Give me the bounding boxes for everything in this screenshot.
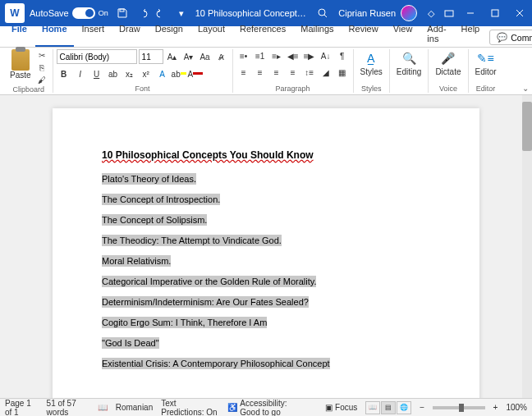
underline-button[interactable]: U — [89, 67, 104, 80]
tab-design[interactable]: Design — [149, 21, 190, 47]
read-mode-icon[interactable]: 📖 — [365, 401, 380, 414]
paragraph-group: ≡• ≡1 ≡▸ ◀≡ ≡▶ A↓ ¶ ≡ ≡ ≡ ≡ ↕≡ ◢ ▦ Parag… — [233, 49, 354, 93]
align-center-icon[interactable]: ≡ — [253, 66, 268, 79]
language-status[interactable]: Romanian — [116, 403, 154, 412]
shrink-font-icon[interactable]: A▾ — [181, 50, 196, 63]
undo-icon[interactable] — [133, 4, 151, 22]
tab-references[interactable]: References — [233, 21, 292, 47]
redo-icon[interactable] — [153, 4, 171, 22]
align-left-icon[interactable]: ≡ — [236, 66, 251, 79]
font-size-select[interactable] — [139, 49, 163, 64]
collapse-ribbon-icon[interactable]: ⌄ — [522, 84, 529, 93]
clipboard-group: Paste ✂ ⎘ 🖌 Clipboard — [5, 49, 53, 93]
doc-line[interactable]: "God Is Dead" — [102, 337, 159, 349]
focus-mode[interactable]: ▣ Focus — [325, 403, 357, 412]
doc-line[interactable]: Plato's Theory of Ideas. — [102, 173, 196, 185]
vertical-scrollbar[interactable] — [522, 95, 532, 398]
clear-format-icon[interactable]: A̷ — [214, 50, 229, 63]
voice-group: 🎤 Dictate Voice — [429, 49, 468, 93]
diamond-icon[interactable]: ◇ — [422, 4, 440, 22]
text-effects-icon[interactable]: A — [155, 67, 170, 80]
tab-review[interactable]: Review — [342, 21, 385, 47]
line-spacing-icon[interactable]: ↕≡ — [302, 66, 317, 79]
decrease-indent-icon[interactable]: ◀≡ — [286, 49, 300, 62]
zoom-out-icon[interactable]: − — [420, 403, 424, 412]
doc-line[interactable]: Existential Crisis: A Contemporary Philo… — [102, 358, 330, 369]
toggle-on-icon — [72, 7, 95, 19]
clipboard-icon — [11, 49, 30, 71]
save-icon[interactable] — [113, 4, 131, 22]
font-name-select[interactable] — [57, 49, 137, 64]
document-canvas[interactable]: 10 Philosophical Concepts You Should Kno… — [0, 95, 532, 398]
spellcheck-icon[interactable]: 📖 — [98, 403, 108, 412]
quick-access-toolbar: ▾ — [113, 4, 190, 22]
align-right-icon[interactable]: ≡ — [269, 66, 284, 79]
doc-line[interactable]: The Theodicy: The Attempt to Vindicate G… — [102, 235, 282, 246]
cut-icon[interactable]: ✂ — [34, 49, 49, 61]
strikethrough-button[interactable]: ab — [106, 67, 121, 80]
doc-line[interactable]: Moral Relativism. — [102, 255, 171, 267]
italic-button[interactable]: I — [73, 67, 88, 80]
tab-view[interactable]: View — [387, 21, 420, 47]
tab-help[interactable]: Help — [455, 21, 487, 47]
doc-line[interactable]: Determinism/Indeterminism: Are Our Fates… — [102, 296, 309, 308]
justify-icon[interactable]: ≡ — [286, 66, 300, 79]
tab-insert[interactable]: Insert — [76, 21, 112, 47]
tab-home[interactable]: Home — [35, 21, 74, 47]
styles-icon: A̲ — [362, 49, 380, 67]
change-case-icon[interactable]: Aa — [198, 50, 213, 63]
avatar-icon — [401, 5, 417, 21]
accessibility-status[interactable]: ♿ Accessibility: Good to go — [227, 399, 309, 417]
dictate-button[interactable]: 🎤 Dictate — [432, 49, 464, 76]
editor-group: ✎≡ Editor Editor — [469, 49, 503, 93]
numbering-icon[interactable]: ≡1 — [253, 49, 268, 62]
ribbon: Paste ✂ ⎘ 🖌 Clipboard A▴ A▾ Aa A̷ B I — [0, 48, 532, 95]
doc-line[interactable]: The Concept of Solipsism. — [102, 214, 207, 226]
tab-mailings[interactable]: Mailings — [294, 21, 340, 47]
zoom-in-icon[interactable]: + — [493, 403, 498, 412]
tab-add-ins[interactable]: Add-ins — [420, 21, 452, 47]
font-color-button[interactable]: A — [188, 67, 203, 80]
qat-dropdown-icon[interactable]: ▾ — [172, 4, 190, 22]
page-count[interactable]: Page 1 of 1 — [5, 399, 39, 417]
doc-heading[interactable]: 10 Philosophical Concepts You Should Kno… — [102, 149, 430, 161]
bullets-icon[interactable]: ≡• — [236, 49, 251, 62]
borders-icon[interactable]: ▦ — [335, 66, 350, 79]
show-marks-icon[interactable]: ¶ — [335, 49, 350, 62]
tab-file[interactable]: File — [5, 21, 34, 47]
bold-button[interactable]: B — [57, 67, 71, 80]
editing-group: 🔍 Editing — [390, 49, 429, 93]
page[interactable]: 10 Philosophical Concepts You Should Kno… — [53, 108, 479, 398]
format-painter-icon[interactable]: 🖌 — [34, 74, 49, 85]
doc-line[interactable]: The Concept of Introspection. — [102, 194, 220, 205]
zoom-slider[interactable] — [433, 406, 484, 409]
ribbon-display-icon[interactable] — [440, 4, 458, 22]
shading-icon[interactable]: ◢ — [319, 66, 333, 79]
editor-button[interactable]: ✎≡ Editor — [472, 49, 500, 76]
increase-indent-icon[interactable]: ≡▶ — [302, 49, 317, 62]
autosave-toggle[interactable]: AutoSave On — [30, 7, 108, 19]
sort-icon[interactable]: A↓ — [319, 49, 333, 62]
user-account[interactable]: Ciprian Rusen — [338, 5, 417, 21]
styles-button[interactable]: A̲ Styles — [357, 49, 386, 76]
subscript-button[interactable]: x₂ — [122, 67, 137, 80]
superscript-button[interactable]: x² — [139, 67, 154, 80]
highlight-button[interactable]: ab — [172, 67, 186, 80]
copy-icon[interactable]: ⎘ — [34, 62, 49, 73]
web-layout-icon[interactable]: 🌐 — [397, 401, 411, 414]
tab-layout[interactable]: Layout — [191, 21, 232, 47]
close-button[interactable] — [507, 0, 532, 26]
grow-font-icon[interactable]: A▴ — [165, 50, 180, 63]
zoom-level[interactable]: 100% — [506, 403, 527, 412]
doc-line[interactable]: Categorical Imperative or the Golden Rul… — [102, 276, 316, 287]
word-count[interactable]: 51 of 57 words — [47, 399, 89, 417]
tab-draw[interactable]: Draw — [112, 21, 147, 47]
print-layout-icon[interactable]: ▤ — [381, 401, 396, 414]
editing-button[interactable]: 🔍 Editing — [393, 49, 425, 76]
doc-line[interactable]: Cogito Ergo Sum: I Think, Therefore I Am — [102, 317, 267, 328]
text-predictions-status[interactable]: Text Predictions: On — [161, 399, 219, 417]
paste-button[interactable]: Paste — [8, 49, 33, 80]
comments-button[interactable]: 💬 Comments — [489, 30, 532, 45]
multilevel-icon[interactable]: ≡▸ — [269, 49, 284, 62]
maximize-button[interactable] — [483, 0, 507, 26]
